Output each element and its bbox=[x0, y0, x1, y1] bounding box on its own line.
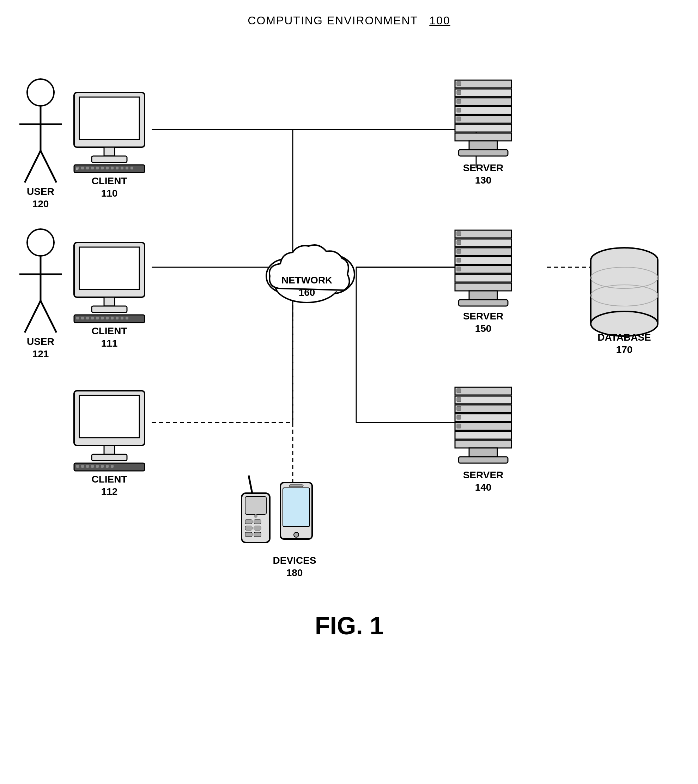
title-number: 100 bbox=[429, 14, 450, 27]
svg-rect-95 bbox=[455, 239, 512, 247]
svg-text:CLIENT: CLIENT bbox=[91, 175, 127, 187]
svg-rect-67 bbox=[91, 465, 94, 468]
svg-rect-69 bbox=[101, 465, 104, 468]
svg-rect-120 bbox=[457, 415, 461, 419]
svg-rect-115 bbox=[469, 448, 497, 457]
svg-text:USER: USER bbox=[27, 186, 54, 197]
svg-rect-110 bbox=[455, 405, 512, 413]
svg-rect-136 bbox=[245, 532, 252, 536]
svg-line-23 bbox=[25, 301, 41, 333]
svg-rect-36 bbox=[106, 167, 109, 170]
svg-rect-91 bbox=[457, 99, 461, 104]
svg-rect-98 bbox=[455, 266, 512, 273]
svg-rect-38 bbox=[116, 167, 119, 170]
svg-rect-100 bbox=[455, 283, 512, 291]
svg-rect-131 bbox=[245, 497, 266, 514]
svg-rect-96 bbox=[455, 248, 512, 256]
svg-rect-40 bbox=[125, 167, 128, 170]
svg-rect-82 bbox=[455, 98, 512, 106]
svg-text:SERVER: SERVER bbox=[463, 469, 504, 480]
svg-point-15 bbox=[27, 79, 54, 106]
svg-rect-142 bbox=[289, 485, 303, 487]
title-main: COMPUTING ENVIRONMENT bbox=[248, 14, 418, 27]
svg-rect-39 bbox=[121, 167, 123, 170]
svg-rect-107 bbox=[457, 267, 461, 271]
svg-rect-54 bbox=[106, 317, 109, 319]
svg-rect-62 bbox=[92, 454, 127, 460]
svg-rect-52 bbox=[96, 317, 99, 319]
svg-line-129 bbox=[249, 475, 252, 493]
svg-text:160: 160 bbox=[299, 287, 315, 298]
svg-point-20 bbox=[27, 229, 54, 256]
svg-rect-42 bbox=[76, 168, 77, 170]
svg-text:NETWORK: NETWORK bbox=[282, 275, 333, 286]
svg-rect-71 bbox=[111, 465, 114, 468]
svg-text:180: 180 bbox=[286, 567, 303, 578]
svg-rect-34 bbox=[96, 167, 99, 170]
svg-rect-49 bbox=[81, 317, 84, 319]
svg-text:DATABASE: DATABASE bbox=[598, 332, 651, 343]
svg-rect-31 bbox=[81, 167, 84, 170]
svg-rect-64 bbox=[76, 465, 79, 468]
svg-rect-113 bbox=[455, 431, 512, 439]
svg-rect-119 bbox=[457, 406, 461, 411]
svg-rect-121 bbox=[457, 424, 461, 428]
svg-rect-55 bbox=[111, 317, 114, 319]
svg-text:110: 110 bbox=[101, 188, 118, 199]
svg-rect-140 bbox=[283, 488, 309, 527]
svg-rect-45 bbox=[104, 297, 115, 306]
svg-rect-33 bbox=[91, 167, 94, 170]
svg-rect-53 bbox=[101, 317, 104, 319]
svg-rect-116 bbox=[459, 457, 508, 463]
svg-rect-93 bbox=[457, 117, 461, 121]
svg-text:CLIENT: CLIENT bbox=[91, 325, 127, 337]
svg-rect-68 bbox=[96, 465, 99, 468]
svg-rect-105 bbox=[457, 249, 461, 253]
svg-rect-134 bbox=[245, 526, 252, 530]
svg-rect-56 bbox=[116, 317, 119, 319]
svg-rect-118 bbox=[457, 398, 461, 402]
svg-rect-48 bbox=[76, 317, 79, 319]
svg-rect-106 bbox=[457, 258, 461, 262]
svg-rect-114 bbox=[455, 440, 512, 448]
svg-line-24 bbox=[41, 301, 56, 333]
svg-rect-109 bbox=[455, 396, 512, 404]
svg-text:170: 170 bbox=[616, 344, 633, 355]
svg-text:112: 112 bbox=[101, 486, 118, 497]
diagram: USER 120 USER 121 CLIENT 110 CLIENT 111 … bbox=[0, 34, 698, 705]
svg-text:FIG. 1: FIG. 1 bbox=[315, 612, 384, 640]
svg-rect-37 bbox=[111, 167, 114, 170]
svg-rect-94 bbox=[455, 230, 512, 238]
svg-text:CLIENT: CLIENT bbox=[91, 474, 127, 485]
svg-rect-51 bbox=[91, 317, 94, 319]
svg-rect-88 bbox=[459, 150, 508, 156]
svg-rect-87 bbox=[469, 141, 497, 150]
svg-text:USER: USER bbox=[27, 336, 54, 347]
svg-rect-97 bbox=[455, 257, 512, 264]
svg-rect-83 bbox=[455, 107, 512, 114]
svg-rect-92 bbox=[457, 108, 461, 112]
svg-text:140: 140 bbox=[475, 482, 492, 493]
svg-point-141 bbox=[294, 532, 299, 537]
svg-rect-70 bbox=[106, 465, 109, 468]
svg-rect-35 bbox=[101, 167, 104, 170]
svg-text:130: 130 bbox=[475, 175, 492, 186]
svg-rect-89 bbox=[457, 81, 461, 86]
svg-rect-50 bbox=[86, 317, 89, 319]
svg-rect-101 bbox=[469, 291, 497, 300]
svg-rect-44 bbox=[79, 247, 139, 289]
svg-line-18 bbox=[25, 151, 41, 183]
svg-rect-137 bbox=[254, 532, 261, 536]
svg-text:111: 111 bbox=[101, 338, 118, 349]
svg-rect-61 bbox=[104, 446, 115, 454]
svg-text:DEVICES: DEVICES bbox=[273, 555, 316, 566]
svg-rect-99 bbox=[455, 274, 512, 282]
svg-text:150: 150 bbox=[475, 323, 492, 334]
svg-rect-65 bbox=[81, 465, 84, 468]
svg-rect-80 bbox=[455, 80, 512, 88]
svg-rect-132 bbox=[245, 520, 252, 524]
svg-rect-84 bbox=[455, 116, 512, 123]
svg-point-138 bbox=[254, 514, 257, 518]
svg-rect-108 bbox=[455, 387, 512, 395]
svg-rect-104 bbox=[457, 240, 461, 244]
